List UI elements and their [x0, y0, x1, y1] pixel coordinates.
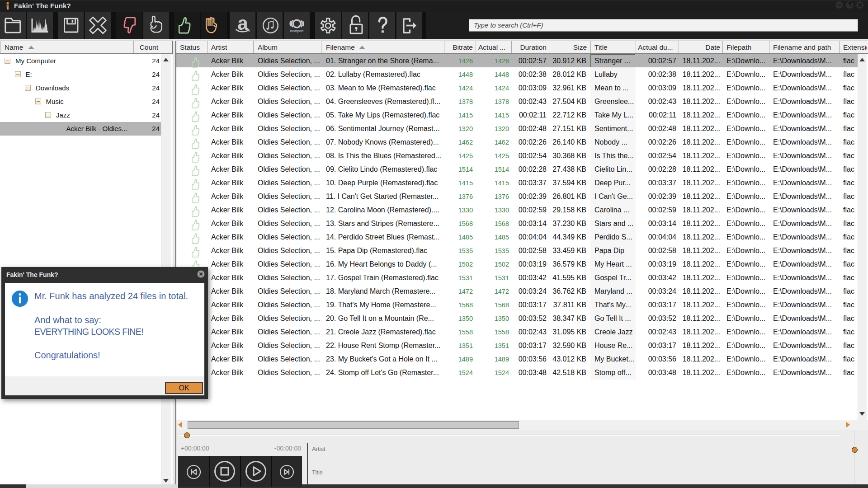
- svg-text:beatport: beatport: [290, 29, 304, 33]
